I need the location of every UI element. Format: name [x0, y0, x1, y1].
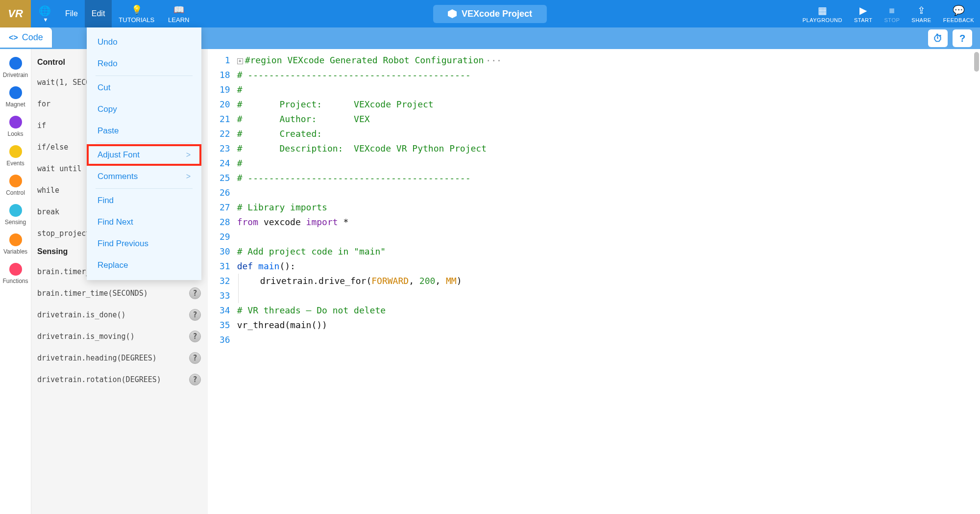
menu-item-label: Replace [98, 260, 128, 270]
code-line[interactable] [237, 288, 970, 303]
code-line[interactable]: # Project: VEXcode Project [237, 97, 970, 112]
category-sensing[interactable]: Sensing [0, 201, 31, 231]
learn-button[interactable]: 📖 LEARN [161, 0, 196, 27]
monitor-button[interactable]: ⏱ [928, 29, 948, 47]
code-tab[interactable]: <> Code [0, 27, 52, 48]
menu-item-cut[interactable]: Cut [87, 77, 201, 99]
snippet-text: drivetrain.rotation(DEGREES) [37, 375, 161, 384]
menu-item-find-previous[interactable]: Find Previous [87, 233, 201, 255]
tutorials-button[interactable]: 💡 TUTORIALS [112, 0, 161, 27]
snippet-text: break [37, 207, 59, 216]
category-drivetrain[interactable]: Drivetrain [0, 54, 31, 83]
share-icon: ⇪ [917, 4, 926, 16]
start-button[interactable]: ▶ START [848, 0, 879, 27]
submenu-arrow-icon: > [186, 172, 191, 181]
category-label: Sensing [5, 219, 26, 226]
snippet-item[interactable]: drivetrain.rotation(DEGREES)? [37, 369, 208, 390]
playground-button[interactable]: ▦ PLAYGROUND [797, 0, 848, 27]
menu-separator [96, 76, 193, 76]
snippet-text: if [37, 121, 46, 130]
category-dot-icon [9, 263, 22, 276]
code-line[interactable]: # Description: VEXcode VR Python Project [237, 141, 970, 156]
code-line[interactable]: # Add project code in "main" [237, 244, 970, 259]
menu-item-adjust-font[interactable]: Adjust Font> [87, 144, 201, 166]
menu-item-paste[interactable]: Paste [87, 120, 201, 142]
category-dot-icon [9, 57, 22, 70]
menu-item-replace[interactable]: Replace [87, 255, 201, 276]
edit-menu-button[interactable]: Edit [85, 0, 112, 27]
category-looks[interactable]: Looks [0, 113, 31, 142]
category-dot-icon [9, 233, 22, 246]
code-line[interactable]: # Library imports [237, 200, 970, 215]
code-line[interactable]: # VR threads — Do not delete [237, 303, 970, 318]
snippet-text: wait until [37, 164, 81, 173]
learn-label: LEARN [168, 16, 189, 24]
code-line[interactable]: drivetrain.drive_for(FORWARD, 200, MM) [237, 274, 970, 288]
snippet-item[interactable]: brain.timer_time(SECONDS)? [37, 283, 208, 304]
category-label: Looks [7, 130, 23, 137]
snippet-item[interactable]: drivetrain.is_moving()? [37, 326, 208, 347]
code-line[interactable]: # --------------------------------------… [237, 171, 970, 185]
start-label: START [854, 17, 873, 23]
category-control[interactable]: Control [0, 172, 31, 201]
help-icon[interactable]: ? [189, 331, 201, 342]
line-number: 24 [220, 156, 230, 171]
share-label: SHARE [911, 17, 931, 23]
category-functions[interactable]: Functions [0, 260, 31, 289]
menu-item-find-next[interactable]: Find Next [87, 211, 201, 233]
code-line[interactable] [237, 333, 970, 347]
menu-item-comments[interactable]: Comments> [87, 166, 201, 187]
code-line[interactable]: # [237, 156, 970, 171]
category-magnet[interactable]: Magnet [0, 83, 31, 113]
category-variables[interactable]: Variables [0, 231, 31, 260]
code-line[interactable]: # Author: VEX [237, 112, 970, 127]
language-button[interactable]: 🌐 ▼ [31, 0, 58, 27]
code-line[interactable]: from vexcode import * [237, 215, 970, 230]
feedback-button[interactable]: 💬 FEEDBACK [937, 0, 980, 27]
code-line[interactable]: # Created: [237, 127, 970, 141]
help-icon[interactable]: ? [189, 287, 201, 299]
menu-item-label: Comments [98, 172, 138, 181]
stop-label: STOP [884, 17, 900, 23]
share-button[interactable]: ⇪ SHARE [906, 0, 937, 27]
line-number: 1 [220, 53, 230, 68]
editor-scrollbar[interactable] [974, 52, 979, 72]
code-line[interactable]: vr_thread(main()) [237, 318, 970, 333]
playground-label: PLAYGROUND [803, 17, 842, 23]
menu-item-copy[interactable]: Copy [87, 99, 201, 120]
help-icon[interactable]: ? [189, 309, 201, 321]
code-line[interactable]: def main(): [237, 259, 970, 274]
code-content[interactable]: +#region VEXcode Generated Robot Configu… [237, 53, 980, 514]
category-label: Functions [2, 278, 28, 284]
code-line[interactable] [237, 185, 970, 200]
top-toolbar: VR 🌐 ▼ File Edit 💡 TUTORIALS 📖 LEARN VEX… [0, 0, 980, 27]
globe-icon: 🌐 [39, 5, 51, 17]
category-label: Magnet [5, 101, 25, 108]
code-line[interactable] [237, 230, 970, 244]
snippet-item[interactable]: drivetrain.heading(DEGREES)? [37, 347, 208, 369]
snippet-text: while [37, 186, 59, 195]
help-icon[interactable]: ? [189, 374, 201, 386]
line-number: 34 [220, 303, 230, 318]
code-line[interactable]: # [237, 82, 970, 97]
menu-item-find[interactable]: Find [87, 190, 201, 211]
code-line[interactable]: +#region VEXcode Generated Robot Configu… [237, 53, 970, 68]
menu-item-label: Undo [98, 37, 118, 47]
line-number: 22 [220, 127, 230, 141]
code-line[interactable]: # --------------------------------------… [237, 68, 970, 82]
line-number: 29 [220, 230, 230, 244]
code-editor[interactable]: 118192021222324252627282930313233343536 … [208, 49, 980, 514]
project-name-button[interactable]: VEXcode Project [433, 5, 547, 23]
file-menu-button[interactable]: File [58, 0, 85, 27]
snippet-item[interactable]: drivetrain.is_done()? [37, 304, 208, 326]
stop-button[interactable]: ■ STOP [879, 0, 906, 27]
lightbulb-icon: 💡 [131, 4, 142, 15]
menu-item-redo[interactable]: Redo [87, 53, 201, 75]
fold-icon[interactable]: + [237, 58, 243, 64]
playground-icon: ▦ [818, 4, 828, 16]
category-events[interactable]: Events [0, 142, 31, 172]
menu-item-undo[interactable]: Undo [87, 31, 201, 53]
vr-logo: VR [0, 0, 31, 27]
help-icon[interactable]: ? [189, 352, 201, 364]
help-button[interactable]: ? [953, 29, 972, 47]
